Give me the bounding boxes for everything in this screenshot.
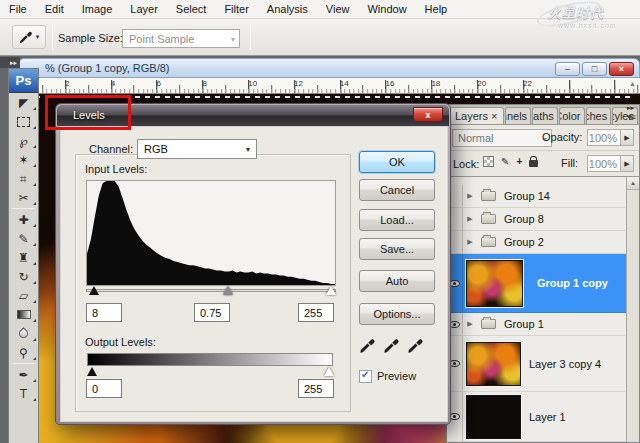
input-gamma-slider[interactable] [223,286,233,295]
scroll-up-icon[interactable]: ▲ [627,177,639,190]
options-button[interactable]: Options... [359,303,435,325]
menu-file[interactable]: File [0,1,36,17]
menu-image[interactable]: Image [73,1,122,17]
tab-label: Channels [505,110,527,122]
layer-thumbnail[interactable] [466,342,521,386]
palette-dock-arrows[interactable]: ▸▸ [0,57,20,68]
expand-triangle-icon[interactable]: ▶ [463,320,477,328]
channel-dropdown[interactable]: RGB ▾ [137,139,257,159]
layer-row-group-8[interactable]: ▶Group 8 [447,208,626,231]
maximize-button[interactable]: □ [582,62,607,76]
layer-row-content: Layer 3 copy 4 [463,336,626,391]
load-button[interactable]: Load... [359,209,435,231]
close-button[interactable]: × [609,62,634,76]
layer-row-layer-3-copy-4[interactable]: Layer 3 copy 4 [447,336,626,392]
save-button[interactable]: Save... [359,238,435,260]
lock-position-icon[interactable]: + [516,156,522,167]
divider [250,24,251,50]
eraser-tool[interactable]: ▱ [9,286,38,305]
gray-point-eyedropper-icon[interactable] [383,337,400,354]
layer-row-group-1-copy[interactable]: Group 1 copy [447,254,626,313]
lasso-tool[interactable]: ℘ [9,131,38,150]
input-white-field[interactable]: 255 [298,303,334,322]
slice-tool[interactable]: ✂ [9,188,38,207]
menu-layer[interactable]: Layer [121,1,167,17]
auto-button[interactable]: Auto [359,270,435,292]
fill-arrow-icon[interactable]: ▶ [621,155,634,172]
active-tool-button[interactable]: ▾ [12,25,46,49]
output-black-field[interactable]: 0 [86,379,122,398]
input-gamma-field[interactable]: 0.75 [194,303,230,322]
expand-triangle-icon[interactable]: ▶ [463,215,477,223]
layers-scrollbar[interactable]: ▲ [626,177,639,442]
minimize-button[interactable]: – [555,62,580,76]
magic-wand-tool[interactable]: ✶ [9,150,38,169]
dodge-tool[interactable]: ⚲ [9,343,38,362]
menu-select[interactable]: Select [167,1,216,17]
menu-filter[interactable]: Filter [215,1,257,17]
output-white-field[interactable]: 255 [298,379,334,398]
ok-button[interactable]: OK [359,151,435,173]
crop-tool[interactable]: ⌗ [9,169,38,188]
opacity-value[interactable]: 100% [587,129,621,146]
expand-triangle-icon[interactable]: ▶ [463,192,477,200]
output-black-slider[interactable] [87,367,97,376]
layer-row-group-14[interactable]: ▶Group 14 [447,185,626,208]
ruler-scroll-icon[interactable]: ▲ [629,80,636,87]
blend-mode-value: Normal [458,132,493,144]
brush-tool[interactable]: ✎ [9,229,38,248]
layer-name: Group 1 copy [537,277,608,289]
sample-size-dropdown[interactable]: Point Sample ▾ [122,29,240,48]
clone-stamp-tool[interactable]: ♜ [9,248,38,267]
horizontal-ruler: ▲ 246810121416182022 [18,78,640,94]
layer-row-content: ▶Group 1 [463,313,626,335]
move-tool[interactable]: ◤ [9,93,38,112]
folder-icon [481,214,496,224]
sample-size-value: Point Sample [129,33,194,45]
layer-thumbnail[interactable] [466,260,523,307]
type-tool[interactable]: T [9,384,38,403]
menu-analysis[interactable]: Analysis [258,1,317,17]
input-black-slider[interactable] [89,286,99,295]
blend-mode-dropdown[interactable]: Normal ▾ [452,129,552,147]
blur-tool[interactable] [9,324,38,343]
menu-view[interactable]: View [317,1,359,17]
tab-swatches[interactable]: Swatches [586,107,612,124]
tab-color[interactable]: Color [559,107,585,124]
gradient-tool[interactable] [9,305,38,324]
tab-paths[interactable]: Paths [532,107,558,124]
preview-checkbox[interactable] [359,370,372,383]
pen-tool[interactable]: ✒ [9,365,38,384]
panel-menu-icon[interactable]: ▾≡ [627,112,635,122]
layer-thumbnail[interactable] [466,395,521,439]
output-white-slider[interactable] [324,367,334,376]
channel-value: RGB [144,143,168,155]
lock-paint-icon[interactable]: ✎ [501,156,509,167]
lock-transparency-icon[interactable] [483,156,494,167]
tab-channels[interactable]: Channels [505,107,531,124]
layer-row-group-2[interactable]: ▶Group 2 [447,231,626,254]
opacity-arrow-icon[interactable]: ▶ [621,129,634,146]
marquee-tool[interactable] [9,112,38,131]
fill-value[interactable]: 100% [587,155,621,172]
document-title-bar[interactable]: % (Group 1 copy, RGB/8) – □ × [18,58,640,78]
tab-label: Color [559,110,581,122]
input-black-field[interactable]: 8 [86,303,122,322]
tab-layers-[interactable]: Layers × [449,107,504,124]
menu-edit[interactable]: Edit [36,1,73,17]
layer-row-group-1[interactable]: ▶Group 1 [447,313,626,336]
cancel-button[interactable]: Cancel [359,179,435,201]
menu-window[interactable]: Window [358,1,415,17]
history-brush-tool[interactable]: ↻ [9,267,38,286]
input-white-slider[interactable] [326,286,336,295]
lock-all-icon[interactable] [529,160,538,167]
black-point-eyedropper-icon[interactable] [359,337,376,354]
layer-row-layer-1[interactable]: Layer 1 [447,392,626,442]
annotation-highlight-box [45,95,131,130]
healing-brush-tool[interactable]: ✚ [9,210,38,229]
dialog-close-button[interactable]: x [413,107,443,122]
white-point-eyedropper-icon[interactable] [407,337,424,354]
panel-collapse-icon[interactable]: ▸▸ [627,104,634,112]
menu-help[interactable]: Help [416,1,457,17]
expand-triangle-icon[interactable]: ▶ [463,238,477,246]
